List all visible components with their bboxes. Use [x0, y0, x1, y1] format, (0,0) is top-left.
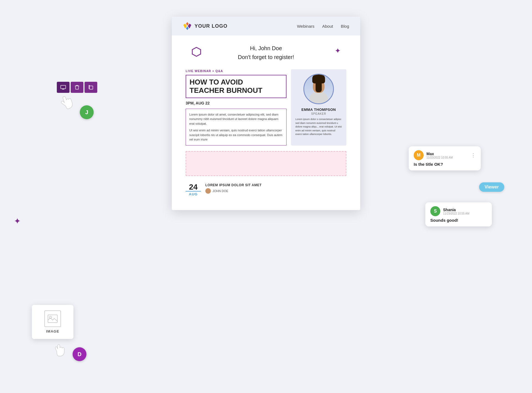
logo-text: YOUR LOGO: [195, 23, 227, 29]
avatar-badge-j: J: [80, 105, 94, 119]
viewer-badge: Viewer: [479, 182, 504, 192]
comment-shania-name: Shania: [443, 208, 487, 212]
nav-webinars[interactable]: Webinars: [297, 24, 314, 29]
svg-marker-0: [186, 22, 189, 26]
webinar-title: HOW TO AVOID TEACHER BURNOUT: [190, 78, 283, 95]
webinar-title-box: HOW TO AVOID TEACHER BURNOUT: [186, 75, 287, 98]
svg-marker-4: [192, 47, 201, 56]
webinar-date: 3PM, AUG 22: [186, 101, 287, 105]
image-card-label: IMAGE: [37, 329, 68, 333]
comment-max-name: Max: [426, 152, 468, 156]
greeting-text: Hi, John Doe Don't forget to register!: [186, 44, 346, 62]
event-date-box: 24 AUG: [186, 183, 201, 196]
event-title: LOREM IPSUM DOLOR SIT AMET: [205, 183, 346, 187]
nav-links: Webinars About Blog: [297, 24, 349, 29]
comment-max-text: Is the title OK?: [414, 162, 476, 167]
svg-marker-2: [183, 24, 187, 29]
comment-max-time: 11/23/2022 10:55 AM: [426, 156, 468, 159]
email-body: Hi, John Doe Don't forget to register! ✦…: [172, 35, 360, 210]
speaker-desc: Lorem ipsum dolor s consectetuer adipisc…: [295, 118, 342, 136]
event-info: LOREM IPSUM DOLOR SIT AMET JOHN DOE: [205, 183, 346, 194]
speaker-name: EMMA THOMPSON: [295, 108, 342, 112]
event-date-num: 24: [186, 183, 201, 191]
comment-shania-text: Sounds good!: [430, 218, 487, 223]
greeting-section: Hi, John Doe Don't forget to register! ✦: [186, 44, 346, 62]
email-card: YOUR LOGO Webinars About Blog Hi, John D…: [172, 17, 360, 210]
comment-shania-meta: Shania 11/23/2022 10:55 AM: [443, 208, 487, 215]
comment-max-avatar: M: [414, 150, 424, 160]
comment-shania: S Shania 11/23/2022 10:55 AM Sounds good…: [425, 202, 492, 226]
speaker-avatar: [303, 74, 334, 104]
toolbar-delete-btn[interactable]: [71, 82, 83, 93]
svg-marker-1: [186, 27, 189, 30]
comment-max-header: M Max 11/23/2022 10:55 AM ⋮: [414, 150, 476, 160]
event-author: JOHN DOE: [205, 188, 346, 194]
nav-blog[interactable]: Blog: [341, 24, 349, 29]
email-logo: YOUR LOGO: [183, 22, 227, 30]
toolbar-copy-btn[interactable]: [85, 82, 97, 93]
right-col: EMMA THOMPSON SPEAKER Lorem ipsum dolor …: [291, 69, 346, 146]
event-row: 24 AUG LOREM IPSUM DOLOR SIT AMET JOHN D…: [186, 180, 346, 199]
comment-max-meta: Max 11/23/2022 10:55 AM: [426, 152, 468, 159]
svg-rect-8: [89, 86, 93, 89]
deco-star-left: ✦: [14, 216, 21, 226]
image-card-icon: [44, 310, 61, 327]
greeting-line1: Hi, John Doe: [186, 44, 346, 53]
email-nav: YOUR LOGO Webinars About Blog: [172, 17, 360, 35]
desc-para1: Lorem ipsum dolor sit amet, consectetuer…: [189, 112, 283, 126]
content-row: LIVE WEBINAR + Q&A HOW TO AVOID TEACHER …: [186, 69, 346, 146]
hex-icon: [191, 47, 202, 58]
author-name: JOHN DOE: [213, 189, 228, 193]
cursor-pointer: [58, 93, 78, 116]
cursor-grab: [54, 343, 67, 360]
svg-rect-5: [61, 85, 66, 89]
greeting-line2: Don't forget to register!: [186, 53, 346, 62]
image-card: IMAGE: [32, 305, 73, 339]
speaker-role: SPEAKER: [295, 112, 342, 115]
toolbar-float: [57, 82, 97, 93]
nav-about[interactable]: About: [322, 24, 333, 29]
event-date-month: AUG: [186, 191, 201, 196]
toolbar-screen-btn[interactable]: [57, 82, 70, 93]
comment-max: M Max 11/23/2022 10:55 AM ⋮ Is the title…: [409, 146, 481, 170]
description-box: Lorem ipsum dolor sit amet, consectetuer…: [186, 109, 287, 146]
image-placeholder-section: [186, 151, 346, 176]
avatar-badge-d: D: [73, 347, 86, 361]
live-webinar-tag: LIVE WEBINAR + Q&A: [186, 69, 287, 73]
author-avatar-small: [205, 188, 211, 194]
svg-marker-3: [188, 24, 191, 29]
comment-shania-avatar: S: [430, 206, 440, 216]
logo-icon: [183, 22, 192, 30]
star-icon: ✦: [335, 47, 341, 55]
desc-para2: Ut wisi enim ad minim veniam, quis nostr…: [189, 128, 283, 142]
comment-shania-time: 11/23/2022 10:55 AM: [443, 212, 487, 215]
comment-max-dots[interactable]: ⋮: [471, 152, 476, 158]
left-col: LIVE WEBINAR + Q&A HOW TO AVOID TEACHER …: [186, 69, 287, 146]
comment-shania-header: S Shania 11/23/2022 10:55 AM: [430, 206, 487, 216]
